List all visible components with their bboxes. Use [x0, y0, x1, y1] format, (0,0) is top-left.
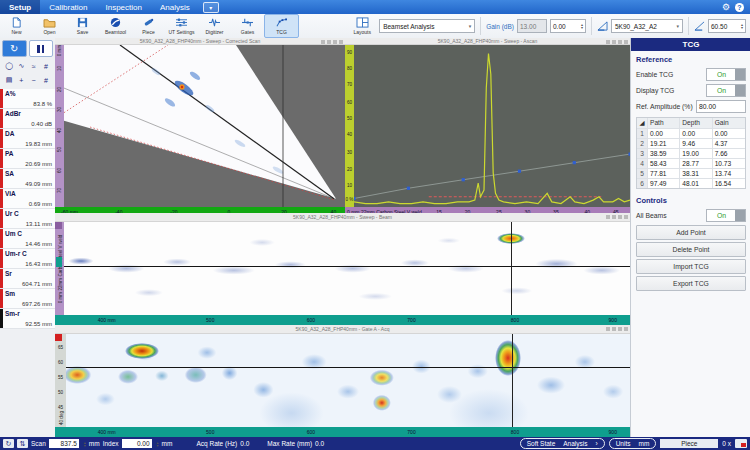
- column-path[interactable]: Path: [648, 118, 680, 128]
- envelope-tool-icon[interactable]: ≈: [28, 60, 40, 72]
- chevron-down-icon: ▾: [676, 23, 679, 29]
- digitizer-button[interactable]: Digitizer: [198, 15, 231, 37]
- help-icon[interactable]: ?: [735, 3, 744, 12]
- wave-tool-icon[interactable]: ∿: [15, 60, 27, 72]
- reading-pa[interactable]: PA20.69 mm: [0, 149, 55, 169]
- add-reading-icon[interactable]: +: [15, 74, 27, 86]
- report-icon[interactable]: ▤: [3, 74, 15, 86]
- ref-amplitude-input[interactable]: 80.00: [696, 100, 746, 113]
- column-gain[interactable]: Gain: [713, 118, 745, 128]
- tcg-button[interactable]: TCG: [264, 14, 299, 38]
- bscan-reference-line: [64, 266, 630, 267]
- beamtool-icon: [109, 17, 122, 28]
- sscan-view[interactable]: 5K90_A32_A28_FHP40mm - Sweep - Corrected…: [55, 38, 345, 213]
- tcg-table[interactable]: ◢ Path Depth Gain 10.000.000.00 219.219.…: [636, 117, 746, 189]
- reading-um-c[interactable]: Um C14.46 mm: [0, 229, 55, 249]
- tcg-row[interactable]: 338.5919.007.66: [637, 149, 745, 159]
- delete-point-button[interactable]: Delete Point: [636, 242, 746, 257]
- reading-da[interactable]: DA19.83 mm: [0, 129, 55, 149]
- menu-overflow-icon[interactable]: ▾: [203, 2, 219, 13]
- reading-ur-c[interactable]: Ur C13.11 mm: [0, 209, 55, 229]
- angle-input[interactable]: 60.50 ▴▾: [708, 19, 746, 33]
- soft-state-selector[interactable]: Soft State Analysis ›: [520, 438, 605, 449]
- reading-a-pct[interactable]: A%83.8 %: [0, 89, 55, 109]
- angle-spinner[interactable]: ▴▾: [741, 23, 743, 29]
- gear-icon[interactable]: ⚙: [722, 2, 730, 12]
- menu-item-inspection[interactable]: Inspection: [96, 0, 150, 14]
- tcg-row[interactable]: 577.8138.3113.74: [637, 169, 745, 179]
- index-position-input[interactable]: 0.00: [122, 439, 152, 448]
- ellipse-tool-icon[interactable]: ◯: [3, 60, 15, 72]
- units-selector[interactable]: Units mm: [609, 438, 657, 449]
- open-button[interactable]: Open: [33, 15, 66, 37]
- display-status-icon[interactable]: [735, 439, 747, 448]
- export-tcg-button[interactable]: Export TCG: [636, 276, 746, 291]
- new-button[interactable]: New: [0, 15, 33, 37]
- layouts-button[interactable]: Layouts: [348, 15, 376, 37]
- ut-settings-button[interactable]: UT Settings: [165, 15, 198, 37]
- acq-rate-value: 0.0: [240, 440, 249, 447]
- view-tools-icons[interactable]: [606, 327, 628, 331]
- ascan-view[interactable]: 5K90_A32_A28_FHP40mm - Sweep - Ascan 90 …: [345, 38, 630, 213]
- reading-sr[interactable]: Sr604.71 mm: [0, 269, 55, 289]
- tcg-row[interactable]: 10.000.000.00: [637, 129, 745, 139]
- bscan-image[interactable]: [64, 222, 630, 315]
- display-tcg-label: Display TCG: [636, 87, 674, 94]
- reading-via[interactable]: ViA0.69 mm: [0, 189, 55, 209]
- scan-spinner[interactable]: ▴▾: [84, 441, 86, 447]
- scan-label: Scan: [31, 440, 46, 447]
- tcg-row[interactable]: 697.4948.0116.54: [637, 179, 745, 188]
- piece-indicator[interactable]: Piece: [660, 439, 718, 448]
- gates-button[interactable]: Gates: [231, 15, 264, 37]
- add-point-button[interactable]: Add Point: [636, 225, 746, 240]
- display-tcg-toggle[interactable]: On: [706, 84, 746, 97]
- pause-button[interactable]: [29, 40, 54, 57]
- cscan-image[interactable]: [66, 334, 630, 427]
- column-depth[interactable]: Depth: [680, 118, 712, 128]
- index-spinner[interactable]: ▴▾: [157, 441, 159, 447]
- layout-select[interactable]: Beamset Analysis▾: [379, 19, 475, 33]
- view-tools-icons[interactable]: [321, 40, 343, 44]
- view-tools-icons[interactable]: [606, 215, 628, 219]
- sscan-svg: [64, 45, 345, 207]
- reading-adbr[interactable]: AdBr0.40 dB: [0, 109, 55, 129]
- gain-input[interactable]: 0.00 ▴▾: [550, 19, 586, 33]
- scan-cursor[interactable]: [512, 334, 513, 427]
- save-button[interactable]: Save: [66, 15, 99, 37]
- view-tools-icons[interactable]: [606, 40, 628, 44]
- tcg-row[interactable]: 219.219.464.37: [637, 139, 745, 149]
- all-beams-toggle[interactable]: On: [706, 209, 746, 222]
- enable-tcg-toggle[interactable]: On: [706, 68, 746, 81]
- scan-cursor[interactable]: [511, 222, 512, 315]
- chevron-right-icon: ›: [596, 440, 598, 447]
- reading-sa[interactable]: SA49.09 mm: [0, 169, 55, 189]
- tcg-row[interactable]: 458.4328.7710.73: [637, 159, 745, 169]
- cscan-view[interactable]: 5K90_A32_A28_FHP40mm - Gate A - Acq 65 6…: [55, 325, 630, 437]
- remove-reading-icon[interactable]: −: [28, 74, 40, 86]
- gates-icon: [241, 17, 254, 28]
- reading-sm[interactable]: Sm697.26 mm: [0, 289, 55, 309]
- table-corner-icon[interactable]: ◢: [637, 118, 648, 128]
- menu-item-setup[interactable]: Setup: [0, 0, 40, 14]
- scan-position-input[interactable]: 837.5: [49, 439, 79, 448]
- gain-spinner[interactable]: ▴▾: [581, 23, 583, 29]
- hash-icon[interactable]: #: [40, 74, 52, 86]
- bscan-view[interactable]: 5K90_A32_A28_FHP40mm - Sweep - Beam 0 mm…: [55, 213, 630, 325]
- reset-cursor-button[interactable]: ↻: [3, 439, 14, 448]
- ascan-plot-area[interactable]: [354, 45, 630, 207]
- menu-item-analysis[interactable]: Analysis: [151, 0, 199, 14]
- refresh-button[interactable]: ↻: [2, 40, 27, 57]
- grid-tool-icon[interactable]: #: [40, 60, 52, 72]
- import-tcg-button[interactable]: Import TCG: [636, 259, 746, 274]
- reading-um-r-c[interactable]: Um-r C16.43 mm: [0, 249, 55, 269]
- menu-item-calibration[interactable]: Calibration: [40, 0, 96, 14]
- piece-button[interactable]: Piece: [132, 15, 165, 37]
- acq-rate-label: Acq Rate (Hz): [196, 440, 237, 447]
- beamset-select[interactable]: 5K90_A32_A2▾: [611, 19, 683, 33]
- sscan-image[interactable]: [64, 45, 345, 207]
- view-area: 5K90_A32_A28_FHP40mm - Sweep - Corrected…: [55, 38, 630, 437]
- soft-state-value: Analysis: [563, 440, 587, 447]
- reading-sm-r[interactable]: Sm-r92.55 mm: [0, 309, 55, 329]
- beamtool-button[interactable]: Beamtool: [99, 15, 132, 37]
- swap-axes-button[interactable]: ⇅: [17, 439, 28, 448]
